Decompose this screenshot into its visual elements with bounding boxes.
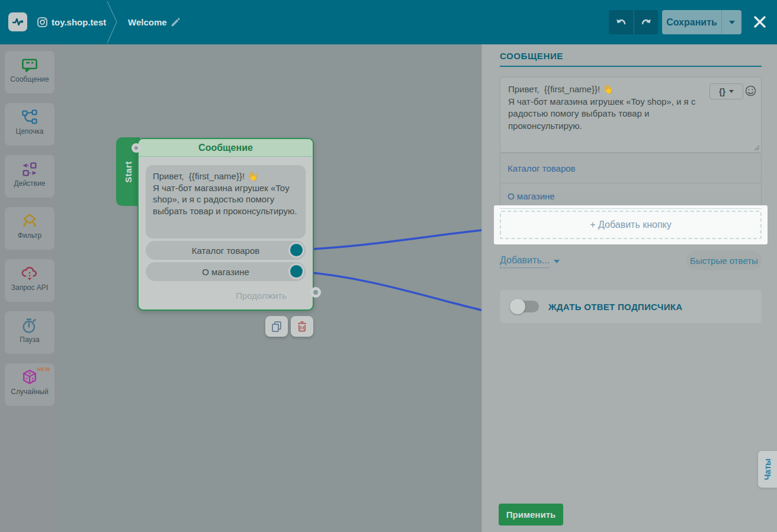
wait-reply-toggle[interactable]	[512, 301, 539, 312]
app-logo[interactable]	[8, 12, 27, 31]
message-textarea[interactable]: Привет, {{first_name}}! 👋 Я чат-бот мага…	[500, 77, 762, 153]
top-bar: toy.shop.test Welcome Сохранить	[0, 0, 777, 44]
node-message-bubble: Привет, {{first_name}}! 👋 Я чат-бот мага…	[146, 165, 306, 238]
edit-pencil-icon[interactable]	[171, 18, 180, 27]
sidebar-item-pause[interactable]: Пауза	[5, 311, 54, 354]
redo-icon	[640, 16, 653, 29]
filter-icon	[5, 212, 54, 231]
output-port[interactable]	[290, 244, 303, 256]
chain-icon	[5, 108, 54, 127]
api-request-icon	[5, 264, 54, 283]
row-border-line	[500, 208, 762, 209]
save-button-label: Сохранить	[662, 17, 721, 28]
continue-label: Продолжить	[236, 291, 287, 301]
sidebar-item-label: Действие	[5, 179, 54, 188]
panel-section-title: СООБЩЕНИЕ	[500, 51, 563, 61]
pulse-icon	[11, 15, 24, 28]
add-button-button[interactable]: + Добавить кнопку	[500, 211, 762, 239]
breadcrumb-separator	[105, 0, 120, 44]
redo-button[interactable]	[634, 10, 658, 34]
save-dropdown-button[interactable]	[722, 21, 741, 24]
sidebar-item-chain[interactable]: Цепочка	[5, 103, 54, 146]
flow-name: Welcome	[128, 17, 167, 27]
button-list: Каталог товаров О магазине	[500, 153, 762, 208]
add-more-label: Добавить...	[500, 255, 550, 268]
add-more-dropdown[interactable]: Добавить...	[500, 255, 560, 268]
pause-timer-icon	[5, 316, 54, 335]
node-input-port[interactable]	[131, 143, 141, 153]
chats-tab-label: Чаты	[763, 459, 772, 480]
quick-replies-button[interactable]: Быстрые ответы	[686, 250, 762, 270]
insert-variable-button[interactable]: {}	[709, 83, 743, 99]
chats-tab[interactable]: Чаты	[758, 451, 777, 488]
flow-canvas[interactable]: Start Сообщение Привет, {{first_name}}! …	[59, 44, 481, 532]
chevron-down-icon	[729, 21, 735, 24]
node-button-about[interactable]: О магазине	[146, 262, 306, 281]
sidebar-item-label: Фильтр	[5, 231, 54, 240]
wait-reply-label: ЖДАТЬ ОТВЕТ ПОДПИСЧИКА	[548, 302, 682, 312]
node-button-catalog[interactable]: Каталог товаров	[146, 241, 306, 260]
sidebar-item-filter[interactable]: Фильтр	[5, 207, 54, 250]
flow-builder-app: toy.shop.test Welcome Сохранить	[0, 0, 777, 532]
close-icon[interactable]	[752, 14, 768, 30]
emoji-picker-icon[interactable]	[745, 85, 756, 96]
resize-handle[interactable]	[754, 145, 760, 151]
sidebar-item-label: Сообщение	[5, 75, 54, 83]
panel-button-catalog[interactable]: Каталог товаров	[500, 153, 761, 183]
apply-button[interactable]: Применить	[499, 504, 563, 525]
sidebar-item-label: Цепочка	[5, 127, 54, 136]
instagram-icon	[37, 17, 47, 27]
start-tab-label: Start	[123, 161, 133, 183]
sidebar-item-action[interactable]: Действие	[5, 155, 54, 198]
sidebar-item-message[interactable]: Сообщение	[5, 51, 54, 93]
sidebar-item-label: Запрос API	[5, 283, 54, 292]
onboarding-spotlight: + Добавить кнопку	[494, 205, 768, 244]
breadcrumb-account: toy.shop.test	[52, 17, 106, 27]
message-text: Привет, {{first_name}}! 👋 Я чат-бот мага…	[508, 83, 707, 133]
output-port[interactable]	[290, 265, 303, 278]
node-button-label: О магазине	[202, 267, 249, 277]
section-title-underline	[500, 66, 762, 67]
sidebar-item-label: Случайный	[5, 388, 54, 396]
sidebar-item-api-request[interactable]: Запрос API	[5, 259, 54, 302]
settings-panel: СООБЩЕНИЕ Привет, {{first_name}}! 👋 Я ча…	[481, 44, 777, 532]
variable-braces-icon: {}	[719, 87, 725, 96]
undo-button[interactable]	[609, 10, 633, 34]
undo-icon	[615, 16, 628, 29]
message-icon	[5, 56, 54, 75]
continue-output-port[interactable]	[310, 287, 321, 298]
sidebar-item-label: Пауза	[5, 336, 54, 344]
save-button[interactable]: Сохранить	[662, 10, 741, 34]
chevron-down-icon	[729, 90, 734, 93]
chevron-down-icon	[554, 260, 560, 263]
node-title: Сообщение	[139, 139, 313, 157]
action-icon	[5, 160, 54, 179]
node-button-label: Каталог товаров	[192, 246, 260, 256]
delete-node-button[interactable]	[291, 316, 313, 337]
toggle-knob	[510, 299, 525, 314]
copy-node-button[interactable]	[265, 316, 288, 337]
blocks-sidebar: Сообщение Цепочка	[0, 44, 59, 532]
message-node[interactable]: Сообщение Привет, {{first_name}}! 👋 Я ча…	[137, 138, 314, 311]
copy-icon	[271, 321, 282, 333]
sidebar-item-random[interactable]: NEW Случайный	[5, 363, 54, 406]
trash-icon	[297, 321, 307, 332]
wait-reply-card: ЖДАТЬ ОТВЕТ ПОДПИСЧИКА	[500, 290, 762, 323]
new-badge: NEW	[37, 366, 51, 372]
